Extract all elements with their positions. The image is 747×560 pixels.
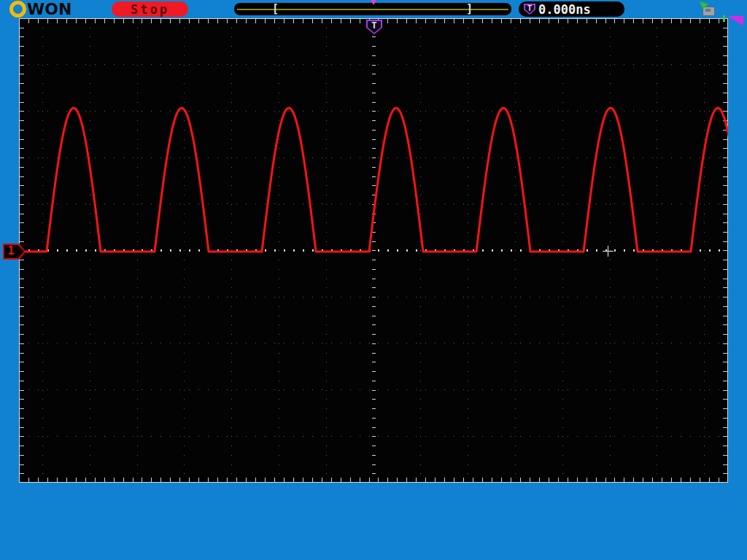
trigger-shield-letter: T bbox=[524, 4, 535, 13]
screen-cross-marker-icon bbox=[603, 246, 614, 257]
corner-tick-icon bbox=[723, 15, 725, 22]
trigger-shield-icon: T bbox=[524, 4, 535, 15]
run-state-indicator: Stop bbox=[112, 1, 188, 17]
run-state-label: Stop bbox=[131, 2, 169, 17]
trigger-position-letter: T bbox=[366, 20, 382, 31]
owon-logo: WON bbox=[9, 1, 71, 18]
status-menu-panel: 1 1V- 0.00div 2 50.0mV~ 0.00div 2 F:OFF … bbox=[0, 483, 747, 560]
logo-o-ring-icon bbox=[9, 1, 26, 18]
horizontal-position-bar[interactable]: [ ] bbox=[234, 3, 511, 15]
waveform-display bbox=[19, 18, 728, 483]
window-start-bracket: [ bbox=[272, 3, 279, 15]
logo-text: WON bbox=[27, 1, 71, 18]
trigger-time-readout: T 0.000ns bbox=[519, 1, 624, 17]
trigger-time-value: 0.000ns bbox=[538, 2, 591, 17]
window-end-bracket: ] bbox=[466, 3, 473, 15]
usb-device-icon bbox=[697, 1, 716, 16]
ch1-waveform-trace bbox=[19, 18, 728, 483]
oscilloscope-screen: { "header": { "logo_full": "OWON", "logo… bbox=[0, 0, 747, 560]
ch1-marker-label: 1 bbox=[3, 244, 19, 257]
header-bar: WON Stop [ ] T 0.000ns bbox=[0, 0, 747, 18]
